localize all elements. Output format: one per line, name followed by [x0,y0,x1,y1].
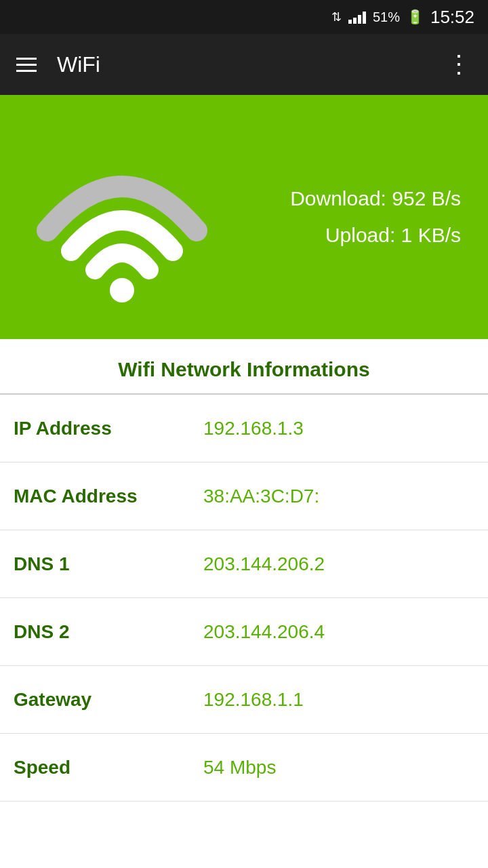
table-row: IP Address192.168.1.3 [0,395,488,462]
info-value: 203.144.206.2 [203,553,474,575]
svg-point-0 [110,278,134,302]
wifi-banner: Download: 952 B/s Upload: 1 KB/s [0,95,488,339]
download-icon: ⇅ [331,9,342,24]
hamburger-menu-button[interactable] [16,58,37,72]
table-row: Gateway192.168.1.1 [0,666,488,734]
upload-speed: Upload: 1 KB/s [230,224,461,247]
info-label: DNS 2 [14,621,203,643]
info-rows-container: IP Address192.168.1.3MAC Address38:AA:3C… [0,395,488,802]
info-value: 192.168.1.3 [203,418,474,439]
info-value: 192.168.1.1 [203,689,474,711]
wifi-stats: Download: 952 B/s Upload: 1 KB/s [217,187,461,247]
signal-bars-icon [348,10,366,24]
battery-indicator: 51% [373,9,400,25]
info-value: 203.144.206.4 [203,621,474,643]
table-row: MAC Address38:AA:3C:D7: [0,462,488,530]
table-row: Speed54 Mbps [0,734,488,802]
info-label: MAC Address [14,486,203,507]
battery-icon: 🔋 [407,9,424,25]
more-options-button[interactable]: ⋮ [447,50,472,79]
status-icons: ⇅ 51% 🔋 15:52 [331,7,474,28]
table-row: DNS 1203.144.206.2 [0,530,488,598]
info-label: IP Address [14,418,203,439]
status-bar: ⇅ 51% 🔋 15:52 [0,0,488,34]
section-title: Wifi Network Informations [0,339,488,395]
wifi-signal-icon [27,122,217,312]
table-row: DNS 2203.144.206.4 [0,598,488,666]
app-title: WiFi [57,52,447,77]
network-info-section: Wifi Network Informations IP Address192.… [0,339,488,802]
app-bar: WiFi ⋮ [0,34,488,95]
time-display: 15:52 [430,7,474,28]
download-speed: Download: 952 B/s [230,187,461,210]
info-label: Gateway [14,689,203,711]
info-label: DNS 1 [14,553,203,575]
info-value: 38:AA:3C:D7: [203,486,474,507]
wifi-icon-container [27,122,217,312]
info-label: Speed [14,757,203,778]
info-value: 54 Mbps [203,757,474,778]
